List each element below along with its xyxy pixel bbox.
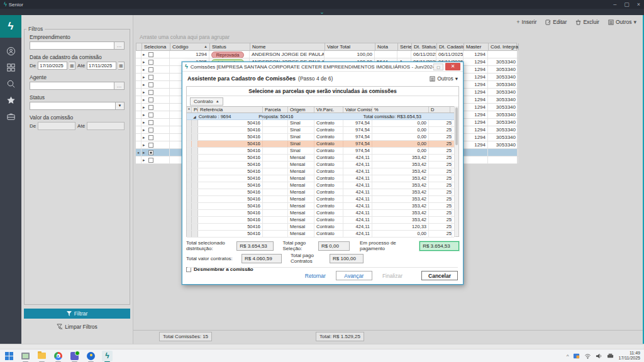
valor-de-input[interactable] [38, 122, 75, 130]
row-selector-cell[interactable] [187, 175, 192, 182]
column-header-dt-status[interactable]: Dt. Status [412, 43, 437, 50]
column-header-nota[interactable]: Nota [375, 43, 398, 50]
row-expander-icon[interactable]: ▸ [143, 81, 145, 88]
parcelas-column-header-proposta[interactable]: Proposta [192, 107, 198, 112]
row-checkbox[interactable] [148, 67, 153, 72]
row-checkbox[interactable] [148, 120, 153, 125]
vertical-scrollbar[interactable] [454, 106, 458, 236]
parcela-row[interactable]: 50416SinalContrato974,540,0025 [187, 127, 454, 134]
row-expander-icon[interactable]: ▸ [143, 111, 145, 118]
printer-tray-icon[interactable] [607, 353, 614, 359]
chevron-down-icon[interactable]: ⌄ [319, 9, 325, 15]
maximize-button[interactable]: ▢ [624, 1, 630, 8]
row-expander-icon[interactable]: ▸ [143, 141, 145, 148]
column-header-s-rie[interactable]: Série [398, 43, 412, 50]
group-expander-icon[interactable]: ◢ [193, 114, 196, 119]
outros-button[interactable]: Outros▾ [608, 19, 636, 25]
calendar-icon[interactable]: ▦ [118, 62, 125, 70]
row-checkbox[interactable] [148, 52, 153, 57]
valor-ate-input[interactable] [87, 122, 125, 130]
empreendimento-lookup-button[interactable]: … [114, 41, 125, 50]
empreendimento-input[interactable] [30, 41, 114, 50]
column-header-status[interactable]: Status [210, 43, 250, 50]
row-selector-cell[interactable] [187, 134, 192, 140]
row-selector-cell[interactable] [187, 148, 192, 154]
parcela-row[interactable]: 50416MensalContrato424,11353,4225 [187, 196, 454, 203]
scrollbar-thumb[interactable] [455, 107, 458, 145]
parcela-row[interactable]: 50416MensalContrato424,11353,4225 [187, 217, 454, 224]
dialog-close-button[interactable]: ✕ [445, 63, 460, 70]
parcelas-column-header-parcela[interactable]: Parcela [263, 107, 288, 112]
row-selector-cell[interactable] [187, 168, 192, 175]
parcela-row[interactable]: 50416MensalContrato424,110,0025 [187, 231, 454, 238]
parcela-row[interactable]: 50416MensalContrato424,11353,4225 [187, 162, 454, 168]
parcela-row[interactable]: 50416MensalContrato424,11353,4225 [187, 175, 454, 182]
minimize-button[interactable]: – [613, 1, 616, 8]
row-expander-icon[interactable]: ▸ [143, 89, 145, 96]
dialog-maximize-button[interactable]: ▢ [433, 63, 443, 70]
row-selector-cell[interactable] [187, 196, 192, 202]
row-checkbox[interactable] [148, 158, 153, 163]
dropdown-arrow-icon[interactable]: ▼ [115, 102, 125, 110]
data-ate-input[interactable]: 17/11/2025 [87, 62, 116, 70]
row-expander-icon[interactable]: ▸ [143, 126, 145, 133]
row-checkbox[interactable] [148, 90, 153, 95]
wifi-icon[interactable] [584, 353, 591, 359]
sidebar-logo-tile[interactable]: ϟ [0, 15, 21, 38]
parcela-row[interactable]: 50416MensalContrato424,11353,4225 [187, 189, 454, 196]
avancar-button[interactable]: Avançar [336, 271, 372, 280]
taskbar-clock[interactable]: 11:49 17/11/2025 [618, 351, 640, 361]
row-expander-icon[interactable]: ▸ [143, 66, 145, 73]
parcela-row[interactable]: 50416MensalContrato424,11353,4225 [187, 210, 454, 217]
column-header-master[interactable]: Master [464, 43, 489, 50]
sidebar-item-search[interactable] [0, 75, 21, 92]
row-checkbox[interactable] [148, 82, 153, 87]
column-header-c-digo[interactable]: Código ▲ [170, 43, 210, 50]
parcela-row[interactable]: 50416MensalContrato424,11353,4225 [187, 155, 454, 162]
start-button[interactable] [4, 351, 14, 361]
dialog-outros-button[interactable]: Outros▾ [430, 75, 458, 82]
parcela-row[interactable]: 50416MensalContrato424,11353,4225 [187, 168, 454, 175]
tray-chevron-up-icon[interactable]: ^ [567, 353, 569, 359]
sidebar-item-briefcase[interactable] [0, 108, 21, 124]
editar-button[interactable]: Editar [545, 19, 567, 25]
row-expander-icon[interactable]: ▸ [143, 58, 145, 65]
parcela-row[interactable]: 50416MensalContrato424,11353,4225 [187, 182, 454, 189]
row-selector-cell[interactable] [187, 182, 192, 189]
table-row[interactable]: ▸1294ReprovadaANDERSON JORGE DE PAULA ME… [136, 51, 517, 58]
parcela-row[interactable]: 50416SinalContrato974,540,0025 [187, 120, 454, 127]
parcela-row[interactable]: 50416MensalContrato424,11353,4225 [187, 203, 454, 210]
row-expander-icon[interactable]: ▸ [143, 156, 145, 163]
parcelas-column-header-valor-comiss-o[interactable]: Valor Comissão [343, 107, 372, 112]
row-expander-icon[interactable]: ▸ [143, 96, 145, 103]
row-checkbox[interactable] [148, 150, 153, 155]
column-header-c-d-integra-o[interactable]: Cód. Integração [489, 43, 519, 50]
group-chip-contrato[interactable]: Contrato▲ [190, 97, 223, 106]
taskbar-app-chrome[interactable] [53, 351, 64, 361]
excluir-button[interactable]: Excluir [575, 19, 599, 25]
parcela-row[interactable]: 50416SinalContrato974,540,0025 [187, 148, 454, 155]
group-drop-zone[interactable]: Arraste uma coluna aqui para agrupar [136, 31, 639, 43]
taskbar-app-explorer[interactable] [36, 351, 47, 361]
row-selector-cell[interactable] [187, 162, 192, 168]
agente-lookup-button[interactable]: … [114, 82, 125, 90]
row-selector-cell[interactable] [187, 231, 192, 237]
calendar-icon[interactable]: ▦ [69, 62, 75, 70]
row-selector-cell[interactable] [187, 217, 192, 223]
parcela-row[interactable]: 50416MensalContrato424,11120,3325 [187, 224, 454, 231]
data-de-input[interactable]: 17/10/2025 [38, 62, 67, 70]
row-selector-cell[interactable] [187, 155, 192, 161]
row-selector-cell[interactable] [187, 203, 192, 209]
parcelas-column-header-vlr-parc-[interactable]: Vlr.Parc. [314, 107, 343, 112]
row-selector-cell[interactable] [187, 224, 192, 230]
close-button[interactable]: × [637, 1, 640, 8]
row-expander-icon[interactable]: ▸ [143, 104, 145, 111]
row-expander-icon[interactable]: ▸ [143, 119, 145, 126]
onedrive-tray-icon[interactable] [573, 353, 580, 359]
sidebar-item-apps[interactable] [0, 59, 21, 75]
row-checkbox[interactable] [148, 105, 153, 110]
row-selector-cell[interactable] [187, 141, 192, 147]
filtrar-button[interactable]: Filtrar [24, 309, 130, 319]
column-header-seleciona[interactable]: Seleciona [142, 43, 170, 50]
column-header-dt-cadastro[interactable]: Dt. Cadastro [437, 43, 464, 50]
